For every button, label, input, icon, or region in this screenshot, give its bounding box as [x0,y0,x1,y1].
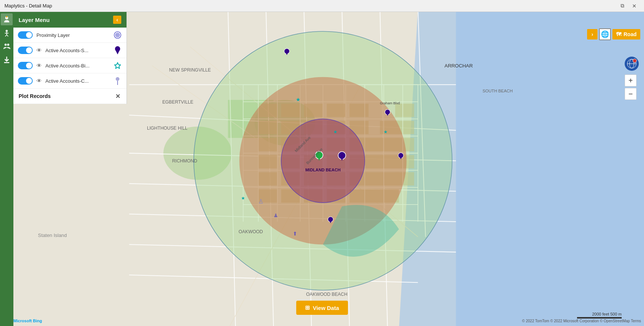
plot-records-title: Plot Records [19,93,51,99]
zoom-controls: + − [625,57,639,100]
svg-text:ARROCHAR: ARROCHAR [445,63,473,69]
accounts-c-toggle[interactable] [18,77,33,85]
svg-line-129 [7,35,8,37]
svg-text:NEW SPRINGVILLE: NEW SPRINGVILLE [169,67,211,73]
layer-item-accounts-bi: 👁 Active Accounts-Bi... [13,58,126,73]
zoom-in-button[interactable]: + [625,75,637,86]
layer-item-accounts-s: 👁 Active Accounts-S... [13,43,126,58]
accounts-s-name: Active Accounts-S... [45,48,109,53]
map-controls-top: › 🌐 🗺 Road [587,28,640,40]
svg-text:Staten Island: Staten Island [38,232,67,238]
svg-point-125 [6,30,8,32]
road-label: Road [624,31,637,37]
eye-icon-accounts-s: 👁 [36,47,42,53]
svg-text:MIDLAND BEACH: MIDLAND BEACH [305,168,341,172]
sidebar-icon-figure[interactable] [1,27,13,39]
road-button[interactable]: 🗺 Road [612,29,640,39]
scale-bar: 2000 feet 500 m [577,312,622,319]
table-icon: ⊞ [305,304,310,311]
svg-point-136 [117,34,118,36]
plot-records-close[interactable]: ✕ [114,92,121,100]
svg-point-134 [114,32,121,38]
layer-menu-title: Layer Menu [19,17,49,23]
svg-point-124 [6,16,7,18]
svg-text:★: ★ [384,129,388,134]
accounts-bi-name: Active Accounts-Bi... [45,63,109,69]
app-title: Maplytics - Detail Map [4,3,617,9]
road-icon: 🗺 [616,31,621,37]
plot-records-panel: Plot Records ✕ [13,89,127,104]
svg-text:♙: ♙ [258,198,263,205]
view-data-button[interactable]: ⊞ View Data [296,301,348,315]
accounts-c-icon [113,76,122,85]
proximity-layer-icon [113,31,122,39]
svg-text:★: ★ [296,96,301,102]
svg-text:RICHMOND: RICHMOND [172,158,198,164]
scale-label: 2000 feet 500 m [592,312,622,316]
svg-point-140 [116,77,119,81]
view-data-label: View Data [313,305,339,311]
copyright-text: © 2022 TomTom © 2022 Microsoft Corporati… [522,319,641,323]
svg-text:⬆: ⬆ [293,231,297,237]
svg-point-135 [116,33,119,37]
accounts-bi-icon [113,61,122,70]
sidebar-icons [0,12,13,326]
expand-button[interactable]: › [587,29,597,39]
scale-line [577,317,622,319]
svg-text:OAKWOOD BEACH: OAKWOOD BEACH [306,292,347,297]
layer-item-accounts-c: 👁 Active Accounts-C... [13,73,126,89]
layer-item-proximity: Proximity Layer [13,28,126,43]
sidebar-icon-person[interactable] [1,13,13,25]
layer-menu: Layer Menu ‹ Proximity Layer 👁 Active Ac… [13,12,127,89]
svg-text:♟: ♟ [273,212,278,218]
svg-text:★: ★ [241,196,245,201]
accounts-s-toggle[interactable] [18,47,33,54]
window-controls: ⧉ ✕ [617,2,640,10]
svg-text:EGBERTVILLE: EGBERTVILLE [162,99,193,105]
svg-point-131 [7,44,9,46]
accounts-c-name: Active Accounts-C... [45,78,109,84]
eye-icon-accounts-c: 👁 [36,78,42,84]
svg-marker-139 [115,63,121,69]
globe-button[interactable] [625,57,639,71]
sidebar-icon-download[interactable] [1,54,13,66]
svg-text:SOUTH BEACH: SOUTH BEACH [483,89,513,93]
plot-records-header: Plot Records ✕ [13,89,126,104]
restore-button[interactable]: ⧉ [617,2,628,10]
sidebar-icon-group[interactable] [1,40,13,52]
proximity-layer-name: Proximity Layer [36,32,109,38]
svg-point-130 [4,44,7,46]
bing-logo: Microsoft Bing [13,319,42,323]
svg-text:LIGHTHOUSE HILL: LIGHTHOUSE HILL [147,126,188,131]
svg-text:★: ★ [333,129,337,134]
svg-point-122 [633,59,637,63]
layer-menu-header: Layer Menu ‹ [13,12,126,28]
collapse-button[interactable]: ‹ [113,16,121,24]
accounts-bi-toggle[interactable] [18,62,33,69]
accounts-s-icon [113,46,122,55]
close-button[interactable]: ✕ [629,2,640,10]
svg-point-86 [281,119,365,203]
proximity-toggle[interactable] [18,31,33,39]
svg-marker-138 [115,50,120,54]
svg-text:OAKWOOD: OAKWOOD [238,229,263,234]
map-type-icon: 🌐 [599,28,611,40]
svg-text:Graham Blvd: Graham Blvd [380,101,400,105]
eye-icon-accounts-bi: 👁 [36,63,42,69]
titlebar: Maplytics - Detail Map ⧉ ✕ [0,0,644,12]
zoom-out-button[interactable]: − [625,88,637,100]
